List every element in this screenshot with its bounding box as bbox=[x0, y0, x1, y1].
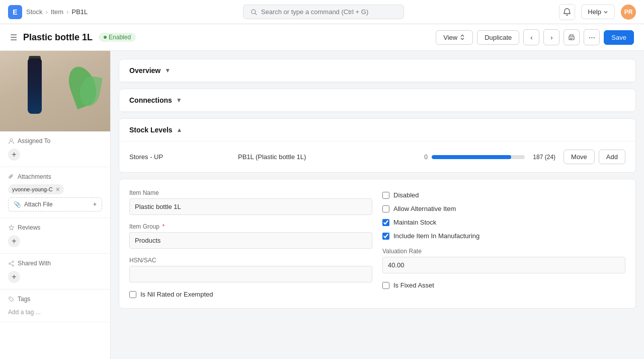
printer-icon bbox=[568, 34, 575, 41]
item-group-input[interactable] bbox=[129, 232, 372, 249]
add-tag-link[interactable]: Add a tag ... bbox=[8, 309, 41, 316]
allow-alt-group: Allow Alternative Item bbox=[382, 205, 625, 212]
stock-row: Stores - UP PB1L (Plastic bottle 1L) 0 1… bbox=[129, 150, 625, 164]
page-header-left: ☰ Plastic bottle 1L Enabled bbox=[10, 32, 136, 43]
breadcrumb-pb1l[interactable]: PB1L bbox=[72, 8, 88, 16]
breadcrumb-stock[interactable]: Stock bbox=[26, 8, 43, 16]
breadcrumb-sep-1: › bbox=[46, 8, 48, 16]
search-icon bbox=[251, 9, 257, 16]
checkbox-group: Disabled Allow Alternative Item Maintain… bbox=[382, 189, 625, 240]
app-icon[interactable]: E bbox=[8, 5, 22, 19]
svg-point-9 bbox=[10, 298, 11, 299]
disabled-checkbox[interactable] bbox=[382, 192, 389, 199]
person-icon bbox=[8, 138, 15, 145]
disabled-group: Disabled bbox=[382, 191, 625, 199]
attachments-title: Attachments bbox=[8, 173, 102, 180]
item-name-group: Item Name bbox=[129, 189, 372, 215]
status-dot bbox=[104, 36, 107, 39]
notification-button[interactable] bbox=[559, 4, 575, 20]
stock-bar-fill bbox=[432, 155, 511, 159]
menu-icon[interactable]: ☰ bbox=[10, 33, 17, 42]
attach-plus-icon: + bbox=[93, 201, 97, 208]
breadcrumb-item[interactable]: Item bbox=[51, 8, 63, 16]
form-right-col: Disabled Allow Alternative Item Maintain… bbox=[382, 189, 625, 298]
tag-icon bbox=[8, 296, 15, 303]
print-button[interactable] bbox=[564, 29, 580, 45]
page-title: Plastic bottle 1L bbox=[23, 32, 93, 43]
bottle-shape bbox=[28, 58, 42, 114]
stock-levels-body: Stores - UP PB1L (Plastic bottle 1L) 0 1… bbox=[119, 141, 635, 172]
item-group-group: Item Group * bbox=[129, 223, 372, 249]
connections-header[interactable]: Connections ▼ bbox=[119, 89, 635, 112]
content-area: Overview ▼ Connections ▼ Stock Levels ▲ … bbox=[111, 51, 644, 359]
share-icon bbox=[8, 260, 15, 267]
remove-attachment-button[interactable]: × bbox=[56, 186, 60, 193]
prev-button[interactable]: ‹ bbox=[523, 29, 539, 45]
maintain-stock-group: Maintain Stock bbox=[382, 219, 625, 226]
include-mfg-checkbox[interactable] bbox=[382, 233, 389, 240]
page-header-right: View Duplicate ‹ › ⋯ Save bbox=[436, 29, 634, 45]
tags-title: Tags bbox=[8, 296, 102, 303]
item-name-label: Item Name bbox=[129, 189, 372, 196]
page-header: ☰ Plastic bottle 1L Enabled View Duplica… bbox=[0, 24, 644, 51]
topbar-right: Help PR bbox=[559, 4, 636, 20]
item-name-input[interactable] bbox=[129, 198, 372, 215]
more-button[interactable]: ⋯ bbox=[584, 29, 600, 45]
is-fixed-asset-group: Is Fixed Asset bbox=[382, 281, 625, 289]
stock-levels-chevron: ▲ bbox=[177, 126, 183, 133]
svg-point-6 bbox=[13, 261, 14, 262]
add-shared-button[interactable]: + bbox=[8, 271, 20, 283]
valuation-rate-input[interactable] bbox=[382, 257, 625, 273]
item-image bbox=[0, 51, 110, 131]
move-button[interactable]: Move bbox=[564, 150, 595, 164]
add-assignee-button[interactable]: + bbox=[8, 149, 20, 161]
topbar-center bbox=[88, 5, 559, 19]
svg-rect-4 bbox=[570, 39, 572, 39]
shared-with-section: Shared With + bbox=[0, 254, 110, 290]
breadcrumb-sep-2: › bbox=[66, 8, 68, 16]
connections-chevron: ▼ bbox=[176, 97, 182, 104]
duplicate-button[interactable]: Duplicate bbox=[477, 30, 519, 45]
main-area: Assigned To + Attachments yvonne-young-C… bbox=[0, 51, 644, 359]
next-button[interactable]: › bbox=[543, 29, 559, 45]
svg-rect-3 bbox=[570, 38, 573, 38]
view-button[interactable]: View bbox=[436, 30, 473, 45]
hsn-sac-input[interactable] bbox=[129, 266, 372, 282]
search-input[interactable] bbox=[261, 8, 396, 16]
reviews-title: Reviews bbox=[8, 224, 102, 231]
stock-levels-section: Stock Levels ▲ Stores - UP PB1L (Plastic… bbox=[119, 118, 636, 173]
item-group-label: Item Group * bbox=[129, 223, 372, 230]
stock-actions: Move Add bbox=[564, 150, 625, 164]
stock-detail: 187 (24) bbox=[533, 154, 555, 161]
is-fixed-asset-checkbox[interactable] bbox=[382, 282, 389, 289]
attach-icon: 📎 bbox=[14, 201, 21, 208]
attach-file-button[interactable]: 📎 Attach File + bbox=[8, 197, 102, 211]
hsn-sac-group: HSN/SAC bbox=[129, 257, 372, 282]
required-indicator: * bbox=[162, 223, 165, 230]
stock-store-name: Stores - UP bbox=[129, 153, 230, 161]
item-form-section: Item Name Item Group * HSN/SAC bbox=[119, 179, 636, 309]
avatar[interactable]: PR bbox=[621, 5, 636, 20]
overview-header[interactable]: Overview ▼ bbox=[119, 59, 635, 82]
maintain-stock-checkbox[interactable] bbox=[382, 219, 389, 226]
save-button[interactable]: Save bbox=[604, 30, 634, 45]
help-button[interactable]: Help bbox=[581, 5, 615, 19]
paperclip-icon bbox=[8, 174, 15, 180]
stock-levels-header[interactable]: Stock Levels ▲ bbox=[119, 119, 635, 141]
include-mfg-group: Include Item In Manufacturing bbox=[382, 232, 625, 240]
chevron-down-icon bbox=[603, 10, 608, 15]
allow-alt-checkbox[interactable] bbox=[382, 205, 389, 212]
svg-point-8 bbox=[9, 263, 11, 264]
reviews-section: Reviews + bbox=[0, 218, 110, 254]
search-bar[interactable] bbox=[243, 5, 404, 19]
chevron-updown-icon bbox=[459, 34, 465, 40]
is-nil-rated-checkbox[interactable] bbox=[129, 291, 136, 298]
breadcrumb: Stock › Item › PB1L bbox=[26, 8, 88, 16]
shared-with-title: Shared With bbox=[8, 260, 102, 267]
add-review-button[interactable]: + bbox=[8, 235, 20, 247]
svg-point-7 bbox=[13, 265, 14, 266]
add-stock-button[interactable]: Add bbox=[599, 150, 625, 164]
svg-line-1 bbox=[255, 13, 257, 15]
is-nil-rated-group: Is Nil Rated or Exempted bbox=[129, 291, 372, 298]
hsn-sac-label: HSN/SAC bbox=[129, 257, 372, 264]
